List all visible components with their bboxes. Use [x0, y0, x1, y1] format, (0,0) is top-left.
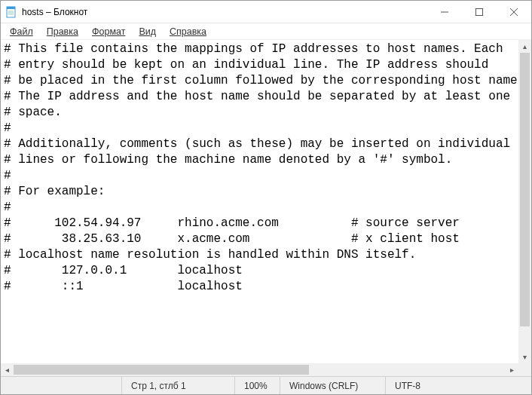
hscroll-thumb[interactable] [14, 365, 309, 375]
minimize-button[interactable] [427, 1, 462, 23]
scroll-corner [518, 363, 531, 376]
horizontal-scrollbar[interactable]: ◂ ▸ [1, 363, 518, 376]
editor-area: # This file contains the mappings of IP … [1, 40, 531, 376]
svg-rect-1 [7, 7, 15, 9]
menu-file[interactable]: Файл [4, 25, 39, 38]
titlebar[interactable]: hosts – Блокнот [1, 1, 531, 23]
vscroll-thumb[interactable] [520, 53, 530, 326]
scroll-up-arrow-icon[interactable]: ▴ [518, 40, 531, 53]
close-icon [510, 8, 518, 16]
window-controls [427, 1, 531, 23]
minimize-icon [441, 8, 448, 16]
maximize-button[interactable] [462, 1, 497, 23]
vscroll-track[interactable] [518, 53, 531, 351]
status-line-ending: Windows (CRLF) [280, 377, 385, 394]
menu-format[interactable]: Формат [86, 25, 131, 38]
status-position: Стр 1, стлб 1 [121, 377, 234, 394]
window-title: hosts – Блокнот [22, 7, 87, 17]
menu-help[interactable]: Справка [164, 25, 212, 38]
status-spacer [1, 377, 121, 394]
svg-rect-6 [476, 8, 483, 15]
notepad-window: hosts – Блокнот Файл Правка Формат Вид С… [0, 0, 532, 395]
menubar: Файл Правка Формат Вид Справка [1, 23, 531, 40]
titlebar-left: hosts – Блокнот [1, 6, 87, 18]
hscroll-track[interactable] [14, 363, 506, 376]
scroll-down-arrow-icon[interactable]: ▾ [518, 351, 531, 363]
status-encoding: UTF-8 [385, 377, 531, 394]
menu-view[interactable]: Вид [133, 25, 162, 38]
statusbar: Стр 1, стлб 1 100% Windows (CRLF) UTF-8 [1, 376, 531, 394]
menu-edit[interactable]: Правка [41, 25, 84, 38]
notepad-icon [5, 6, 17, 18]
text-editor[interactable]: # This file contains the mappings of IP … [1, 40, 531, 363]
scroll-right-arrow-icon[interactable]: ▸ [506, 363, 518, 376]
close-button[interactable] [497, 1, 531, 23]
vertical-scrollbar[interactable]: ▴ ▾ [518, 40, 531, 363]
status-zoom: 100% [234, 377, 280, 394]
scroll-left-arrow-icon[interactable]: ◂ [1, 363, 14, 376]
maximize-icon [475, 8, 483, 16]
